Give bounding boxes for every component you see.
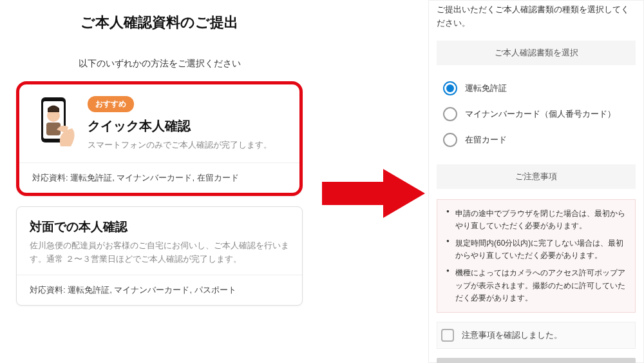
confirm-checkbox-row[interactable]: 注意事項を確認しました。 (437, 322, 636, 349)
notice-item: 規定時間内(60分以内)に完了しない場合は、最初からやり直していただく必要があり… (446, 237, 626, 262)
quick-verify-supported: 対応資料: 運転免許証, マイナンバーカード, 在留カード (19, 162, 299, 193)
radio-icon (443, 81, 457, 95)
inperson-supported: 対応資料: 運転免許証, マイナンバーカード, パスポート (17, 275, 302, 305)
radio-label: 在留カード (465, 134, 507, 146)
inperson-title: 対面での本人確認 (30, 219, 289, 235)
right-panel: ご提出いただくご本人確認書類の種類を選択してください。 ご本人確認書類を選択 運… (428, 0, 644, 363)
notice-item: 申請の途中でブラウザを閉じた場合は、最初からやり直していただく必要があります。 (446, 208, 626, 232)
subtitle: 以下のいずれかの方法をご選択ください (16, 58, 303, 70)
quick-verify-card[interactable]: おすすめ クイック本人確認 スマートフォンのみでご本人確認が完了します。 対応資… (16, 81, 303, 196)
notice-item: 機種によってはカメラへのアクセス許可ポップアップが表示されます。撮影のために許可… (446, 267, 626, 304)
radio-residence-card[interactable]: 在留カード (440, 127, 636, 153)
left-panel: ご本人確認資料のご提出 以下のいずれかの方法をご選択ください おすすめ クイック… (0, 0, 319, 363)
recommended-badge: おすすめ (88, 96, 134, 112)
inperson-verify-card[interactable]: 対面での本人確認 佐川急便の配達員がお客様のご自宅にお伺いし、ご本人確認を行いま… (16, 206, 303, 306)
radio-drivers-license[interactable]: 運転免許証 (440, 75, 636, 101)
arrow-icon (322, 168, 425, 219)
notice-header: ご注意事項 (437, 164, 636, 189)
radio-my-number[interactable]: マイナンバーカード（個人番号カード） (440, 101, 636, 127)
document-radio-group: 運転免許証 マイナンバーカード（個人番号カード） 在留カード (437, 75, 636, 153)
select-doc-header: ご本人確認書類を選択 (437, 41, 636, 65)
page-title: ご本人確認資料のご提出 (16, 13, 303, 32)
radio-label: マイナンバーカード（個人番号カード） (465, 108, 616, 120)
confirm-label: 注意事項を確認しました。 (462, 329, 562, 341)
next-button[interactable]: 次へ進む (437, 358, 636, 363)
checkbox-icon (441, 329, 454, 342)
svg-marker-4 (322, 169, 425, 218)
radio-icon (443, 133, 457, 147)
notice-box: 申請の途中でブラウザを閉じた場合は、最初からやり直していただく必要があります。 … (437, 199, 636, 313)
radio-label: 運転免許証 (465, 83, 507, 94)
quick-verify-title: クイック本人確認 (88, 117, 287, 135)
instruction-text: ご提出いただくご本人確認書類の種類を選択してください。 (437, 3, 636, 30)
inperson-desc: 佐川急便の配達員がお客様のご自宅にお伺いし、ご本人確認を行います。通常 ２〜３営… (30, 239, 289, 266)
selfie-phone-icon (32, 96, 77, 151)
radio-icon (443, 107, 457, 121)
quick-verify-desc: スマートフォンのみでご本人確認が完了します。 (88, 139, 287, 152)
